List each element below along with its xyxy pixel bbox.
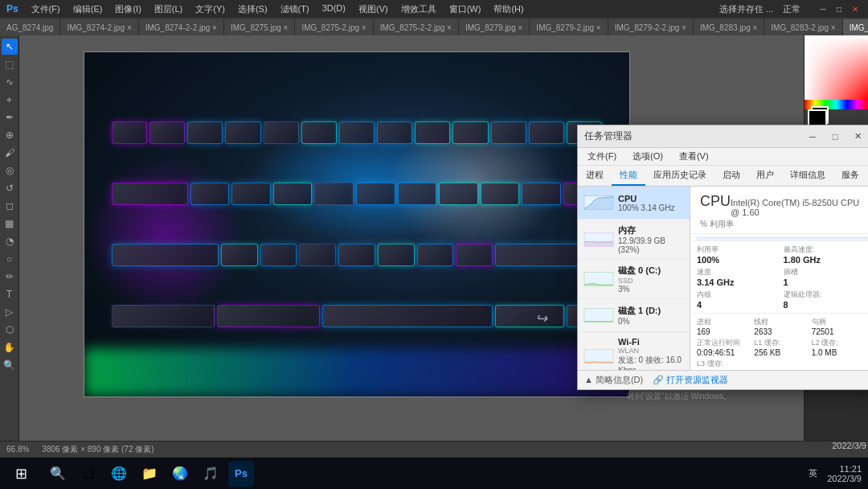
menu-item[interactable]: 3D(D) [319,2,349,17]
title-bar-left: Ps 文件(F)编辑(E)图像(I)图层(L)文字(Y)选择(S)滤镜(T)3D… [6,2,527,17]
tm-tab[interactable]: 进程 [578,166,612,186]
tm-collapse-button[interactable]: ▲ 简略信息(D) [584,374,643,386]
task-manager-body: CPU100% 3.14 GHz内存12.9/39.9 GB (32%)磁盘 0… [578,187,868,370]
browser-icon[interactable]: 🌏 [167,461,193,487]
dodge-tool[interactable]: ○ [2,251,18,267]
eyedropper-tool[interactable]: ✒ [2,109,18,125]
resource-value: 0% [618,317,683,326]
selection-tool[interactable]: ⬚ [2,56,18,72]
move-tool[interactable]: ↖ [2,39,18,55]
lasso-tool[interactable]: ∿ [2,74,18,90]
menu-item[interactable]: 文字(Y) [192,2,228,17]
document-tab[interactable]: IMG_8274-2.jpg × [60,19,138,35]
gradient-tool[interactable]: ▦ [2,216,18,232]
resource-name: 磁盘 1 (D:) [618,305,683,317]
tm-tab[interactable]: 性能 [612,166,645,186]
task-manager-menubar: 文件(F)选项(O)查看(V) [578,148,868,166]
tab-bar: AG_8274.jpgIMG_8274-2.jpg ×IMG_8274-2-2.… [0,18,868,35]
tm-resource-item[interactable]: 磁盘 1 (D:)0% [578,299,690,332]
tm-menu-item[interactable]: 选项(O) [629,149,666,164]
stat-item: 插槽1 [784,267,868,287]
document-tab[interactable]: IMG_8275.jpg × [224,19,295,35]
menu-item[interactable]: 图像(I) [112,2,144,17]
maximize-button[interactable]: □ [833,2,845,15]
tm-resource-item[interactable]: CPU100% 3.14 GHz [578,187,690,220]
tm-menu-item[interactable]: 文件(F) [584,149,620,164]
task-view-icon[interactable]: ❏ [76,461,101,487]
tm-cpu-detail: CPU Intel(R) Core(TM) i5-8250U CPU @ 1.6… [690,187,868,370]
tm-resource-monitor-link[interactable]: 🔗 打开资源监视器 [653,374,728,386]
tm-resource-item[interactable]: 内存12.9/39.9 GB (32%) [578,220,690,260]
tm-tab[interactable]: 服务 [833,166,867,186]
shape-tool[interactable]: ⬡ [2,322,18,338]
photoshop-taskbar-icon[interactable]: Ps [228,461,254,487]
system-tray: 英 11:21 2022/3/9 [805,464,862,483]
document-tab[interactable]: IMG_8279-2.jpg × [530,19,608,35]
crop-tool[interactable]: ⌖ [2,92,18,108]
document-tab[interactable]: IMG_8283-2-2.jpg @ 66.7% (RGB/8) [843,19,868,35]
menu-item[interactable]: 图层(L) [151,2,186,17]
hand-tool[interactable]: ✋ [2,339,18,355]
cpu-bottom-stats: 进程169线程2633句柄72501正常运行时间0:09:46:51L1 缓存:… [690,313,868,370]
bottom-stat-item: L2 缓存:1.0 MB [812,338,867,357]
path-select[interactable]: ▷ [2,304,18,320]
title-bar-menus: 文件(F)编辑(E)图像(I)图层(L)文字(Y)选择(S)滤镜(T)3D(D)… [28,2,527,17]
menu-item[interactable]: 增效工具 [398,2,440,17]
search-icon-taskbar[interactable]: 🔍 [45,461,71,487]
pen-tool[interactable]: ✏ [2,269,18,285]
menu-item[interactable]: 文件(F) [28,2,63,17]
tm-close-button[interactable]: ✕ [848,129,867,144]
explorer-icon[interactable]: 📁 [137,461,162,487]
eraser-tool[interactable]: ◻ [2,198,18,214]
tm-maximize-button[interactable]: □ [825,129,845,144]
cpu-title: CPU [700,193,731,210]
tm-tab[interactable]: 启动 [714,166,748,186]
zoom-tool[interactable]: 🔍 [2,357,18,373]
tm-resource-item[interactable]: 磁盘 0 (C:)SSD3% [578,260,690,299]
clone-tool[interactable]: ◎ [2,162,18,179]
tm-menu-item[interactable]: 查看(V) [676,149,712,164]
document-tab[interactable]: IMG_8283.jpg × [694,19,764,35]
stat-item: 最高速度:1.80 GHz [784,244,868,265]
cpu-model: Intel(R) Core(TM) i5-8250U CPU @ 1.60 [731,198,864,217]
language-indicator: 英 [805,466,821,482]
menu-item[interactable]: 窗口(W) [446,2,485,17]
edge-icon[interactable]: 🌐 [106,461,132,487]
resource-name: 内存 [618,224,683,236]
document-tab[interactable]: AG_8274.jpg [0,19,60,35]
media-icon[interactable]: 🎵 [198,461,223,487]
menu-item[interactable]: 编辑(E) [70,2,106,17]
tm-tab[interactable]: 应用历史记录 [645,166,714,186]
tm-tab[interactable]: 详细信息 [782,166,833,186]
menu-item[interactable]: 选择(S) [235,2,271,17]
menu-item[interactable]: 视图(V) [355,2,391,17]
document-tab[interactable]: IMG_8279-2-2.jpg × [608,19,694,35]
document-dimensions: 3806 像素 × 890 像素 (72 像素) [42,444,154,455]
menu-item[interactable]: 滤镜(T) [277,2,313,17]
stat-item: 内核4 [697,290,781,310]
bottom-stat-item: 句柄72501 [812,317,867,336]
history-brush[interactable]: ↺ [2,180,18,196]
document-tab[interactable]: IMG_8275-2.jpg × [295,19,373,35]
menu-item[interactable]: 帮助(H) [490,2,526,17]
bottom-stat-item: 进程169 [697,317,752,336]
blur-tool[interactable]: ◔ [2,233,18,249]
status-bar: 66.8% 3806 像素 × 890 像素 (72 像素) [0,441,868,457]
document-tab[interactable]: IMG_8274-2-2.jpg × [139,19,224,35]
task-manager-tabs: 进程性能应用历史记录启动用户详细信息服务 [578,166,868,187]
start-button[interactable]: ⊞ [6,459,35,488]
tm-minimize-button[interactable]: ─ [803,129,822,144]
resource-name: Wi-Fi [618,337,683,347]
tm-tab[interactable]: 用户 [748,166,782,186]
minimize-button[interactable]: ─ [817,2,829,15]
tm-resource-item[interactable]: Wi-FiWLAN发送: 0 接收: 16.0 Kbps [578,332,690,370]
brush-tool[interactable]: 🖌 [2,145,18,161]
close-button[interactable]: ✕ [849,2,862,15]
options-bar-label: 选择并存住 ... [719,3,773,15]
document-tab[interactable]: IMG_8283-2.jpg × [764,19,842,35]
app-icon: Ps [6,3,18,14]
document-tab[interactable]: IMG_8279.jpg × [459,19,530,35]
heal-tool[interactable]: ⊕ [2,127,18,143]
text-tool[interactable]: T [2,286,18,302]
document-tab[interactable]: IMG_8275-2-2.jpg × [374,19,459,35]
